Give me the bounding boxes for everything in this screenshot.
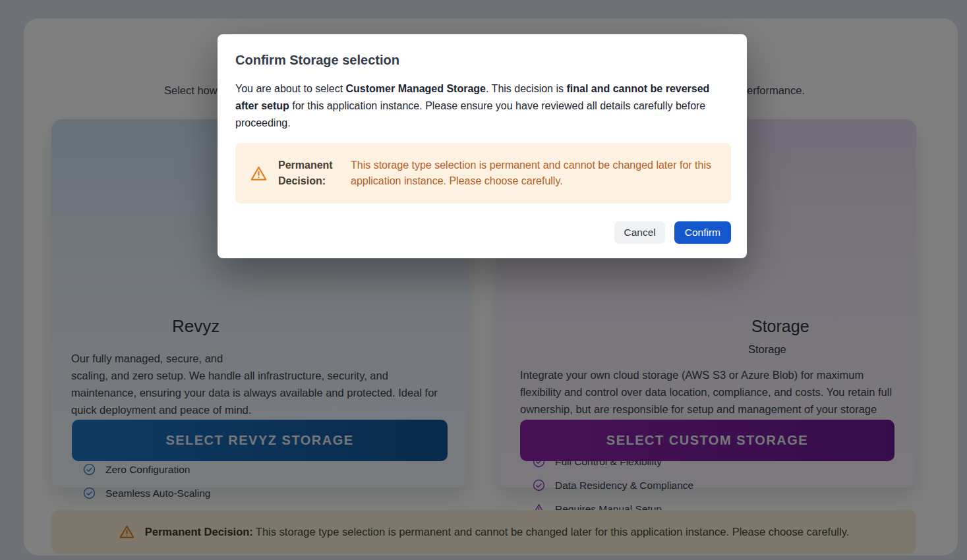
body-text-bold: Customer Managed Storage	[346, 83, 486, 94]
cancel-button[interactable]: Cancel	[614, 221, 664, 244]
body-text: . This decision is	[486, 83, 566, 94]
dialog-title: Confirm Storage selection	[235, 51, 731, 69]
warning-message-line: This storage type selection is permanent…	[351, 157, 711, 173]
confirm-storage-dialog: Confirm Storage selection You are about …	[218, 34, 747, 258]
dialog-body-line: after setup for this application instanc…	[235, 98, 731, 115]
permanent-decision-warning: Permanent Decision: This storage type se…	[235, 143, 731, 204]
confirm-button[interactable]: Confirm	[674, 221, 731, 244]
warning-label: Permanent Decision:	[278, 157, 339, 189]
body-text-bold: after setup	[235, 100, 289, 111]
dialog-body: You are about to select Customer Managed…	[235, 80, 731, 132]
warning-triangle-icon	[250, 165, 268, 182]
dialog-body-line: You are about to select Customer Managed…	[235, 80, 731, 98]
body-text-bold: final and cannot be reversed	[566, 83, 709, 94]
dialog-body-line: proceeding.	[235, 115, 731, 132]
warning-message: This storage type selection is permanent…	[351, 157, 711, 189]
warning-message-line: application instance. Please choose care…	[351, 173, 711, 189]
body-text: You are about to select	[235, 83, 346, 94]
dialog-footer: Cancel Confirm	[235, 221, 731, 244]
body-text: proceeding.	[235, 117, 291, 128]
page-background: Select how erformance. Revyz Our fully m…	[0, 0, 967, 560]
body-text: for this application instance. Please en…	[289, 100, 705, 111]
